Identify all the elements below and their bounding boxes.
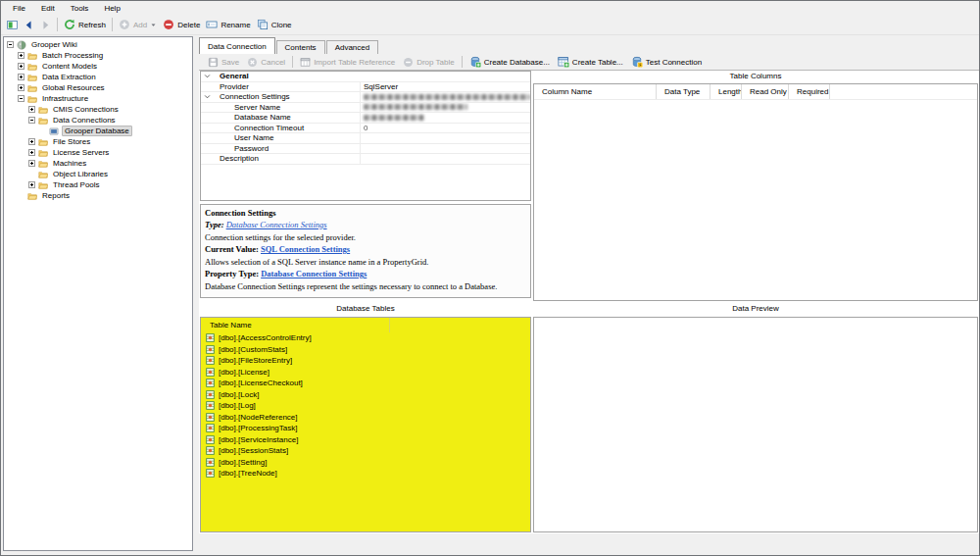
column-header-length[interactable]: Length <box>710 84 742 99</box>
table-icon <box>206 368 215 377</box>
description-text: Database Connection Settings represent t… <box>205 281 497 291</box>
column-header-data-type[interactable]: Data Type <box>657 84 710 99</box>
tree-item-content-models[interactable]: Content Models <box>4 61 192 72</box>
test-connection-button[interactable]: Test Connection <box>627 55 706 69</box>
tree-expander-minus[interactable] <box>28 117 35 124</box>
tree-item-infrastructure[interactable]: Infrastructure <box>4 93 192 104</box>
tab-advanced[interactable]: Advanced <box>326 40 379 54</box>
property-description-panel: Connection Settings Type: Database Conne… <box>200 204 531 298</box>
import-table-reference-button[interactable]: Import Table Reference <box>296 56 399 69</box>
create-database-icon <box>469 56 481 68</box>
tree-expander-plus[interactable] <box>28 160 35 167</box>
property-row-password[interactable]: Password <box>201 144 530 155</box>
tree-expander-plus[interactable] <box>18 63 24 70</box>
tree-item-grooper-wiki[interactable]: Grooper Wiki <box>4 39 192 50</box>
database-table-row[interactable]: [dbo].[FileStoreEntry] <box>201 355 530 367</box>
tree-expander-plus[interactable] <box>18 52 24 59</box>
tree-expander-plus[interactable] <box>28 181 35 188</box>
table-columns-grid[interactable]: Column NameData TypeLengthRead OnlyRequi… <box>533 83 978 301</box>
database-table-row[interactable]: [dbo].[LicenseCheckout] <box>201 378 530 389</box>
tab-contents[interactable]: Contents <box>276 40 325 54</box>
forward-button[interactable] <box>37 18 54 32</box>
tree-expander-minus[interactable] <box>18 95 24 102</box>
database-table-row[interactable]: [dbo].[CustomStats] <box>201 344 530 356</box>
sidebar-toggle-button[interactable] <box>4 18 21 32</box>
cancel-button-label: Cancel <box>261 58 285 67</box>
menu-tools[interactable]: Tools <box>63 3 97 14</box>
data-preview-panel <box>533 317 978 532</box>
database-table-row[interactable]: [dbo].[Setting] <box>201 457 530 469</box>
tree-item-file-stores[interactable]: File Stores <box>4 136 192 147</box>
tab-data-connection[interactable]: Data Connection <box>199 37 275 54</box>
property-row-connection-timeout[interactable]: Connection Timeout 0 <box>201 124 530 134</box>
redacted-value <box>364 115 424 121</box>
tree-item-batch-processing[interactable]: Batch Processing <box>4 50 192 61</box>
tree-item-data-extraction[interactable]: Data Extraction <box>4 72 192 82</box>
column-header-required[interactable]: Required <box>789 84 830 99</box>
property-row-user-name[interactable]: User Name <box>201 133 530 144</box>
database-table-row[interactable]: [dbo].[SessionStats] <box>201 445 530 457</box>
property-grid[interactable]: General Provider SqlServer Connection Se… <box>200 71 531 201</box>
tree-item-license-servers[interactable]: License Servers <box>4 147 192 158</box>
property-row-provider[interactable]: Provider SqlServer <box>201 82 530 93</box>
property-row-general[interactable]: General <box>201 72 530 82</box>
menu-file[interactable]: File <box>5 3 33 14</box>
dropdown-caret-icon <box>150 22 157 28</box>
tree-item-machines[interactable]: Machines <box>4 158 192 169</box>
description-text: Current Value: <box>205 244 261 254</box>
tree-expander-plus[interactable] <box>28 138 35 145</box>
database-table-row[interactable]: [dbo].[License] <box>201 367 530 379</box>
cancel-button[interactable]: Cancel <box>243 56 289 69</box>
node-tree-panel[interactable]: Grooper Wiki Batch Processing Content Mo… <box>3 36 193 551</box>
add-button[interactable]: Add <box>116 17 160 32</box>
database-table-row[interactable]: [dbo].[TreeNode] <box>201 468 530 480</box>
database-table-row[interactable]: [dbo].[Lock] <box>201 389 530 401</box>
tree-expander-plus[interactable] <box>18 84 24 91</box>
tree-expander-plus[interactable] <box>28 106 35 113</box>
property-row-database-name[interactable]: Database Name <box>201 113 530 124</box>
drop-table-button[interactable]: Drop Table <box>399 56 459 69</box>
menu-help[interactable]: Help <box>96 3 127 14</box>
tree-item-grooper-database[interactable]: Grooper Database <box>4 126 192 136</box>
description-link[interactable]: Database Connection Settings <box>261 269 367 278</box>
database-table-row[interactable]: [dbo].[ProcessingTask] <box>201 423 530 434</box>
tree-item-global-resources[interactable]: Global Resources <box>4 82 192 93</box>
database-table-row[interactable]: [dbo].[AccessControlEntry] <box>201 332 530 344</box>
table-name-column-header[interactable]: Table Name <box>201 318 530 332</box>
description-link[interactable]: SQL Connection Settings <box>261 244 350 254</box>
save-button[interactable]: Save <box>204 56 243 69</box>
table-icon <box>206 469 215 478</box>
property-row-server-name[interactable]: Server Name <box>201 103 530 114</box>
refresh-button[interactable]: Refresh <box>61 17 109 32</box>
table-icon <box>206 424 215 432</box>
tree-item-reports[interactable]: Reports <box>4 190 192 201</box>
column-header-read-only[interactable]: Read Only <box>742 84 789 99</box>
create-table-button[interactable]: Create Table... <box>554 55 627 69</box>
create-database-button[interactable]: Create Database... <box>466 55 554 69</box>
property-row-connection-settings[interactable]: Connection Settings <box>201 92 530 103</box>
database-tables-list[interactable]: Table Name [dbo].[AccessControlEntry] [d… <box>200 317 531 532</box>
database-table-row[interactable]: [dbo].[ServiceInstance] <box>201 434 530 446</box>
tree-item-cmis-connections[interactable]: CMIS Connections <box>4 104 192 115</box>
database-table-row[interactable]: [dbo].[Log] <box>201 400 530 412</box>
folder-icon <box>38 148 48 158</box>
drop-table-button-label: Drop Table <box>416 58 455 67</box>
description-link[interactable]: Database Connection Settings <box>226 220 327 229</box>
menu-edit[interactable]: Edit <box>33 3 63 14</box>
delete-button[interactable]: Delete <box>160 17 203 32</box>
tree-expander-plus[interactable] <box>28 149 35 156</box>
rename-button[interactable]: Rename <box>203 17 253 32</box>
property-value: SqlServer <box>364 82 398 91</box>
tree-item-object-libraries[interactable]: Object Libraries <box>4 169 192 179</box>
property-row-description[interactable]: Description <box>201 154 530 165</box>
back-button[interactable] <box>21 18 37 32</box>
tree-item-data-connections[interactable]: Data Connections <box>4 115 192 126</box>
tree-item-thread-pools[interactable]: Thread Pools <box>4 179 192 190</box>
tree-expander-minus[interactable] <box>7 41 14 48</box>
tree-expander-plus[interactable] <box>18 74 24 80</box>
description-line: Database Connection Settings represent t… <box>205 281 526 291</box>
database-table-row[interactable]: [dbo].[NodeReference] <box>201 412 530 424</box>
column-header-column-name[interactable]: Column Name <box>534 84 657 99</box>
clone-button[interactable]: Clone <box>254 17 295 32</box>
delete-icon <box>163 19 174 30</box>
